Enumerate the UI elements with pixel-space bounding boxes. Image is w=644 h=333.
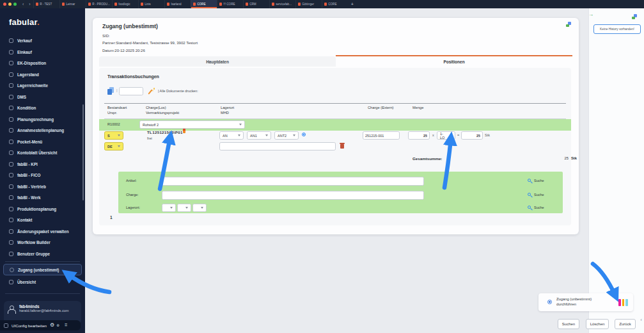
user-avatar-icon: [8, 305, 15, 314]
search-panel: Artikel: Suche Charge: Suche Lagerort: S…: [118, 172, 563, 213]
sidebar-item-benutzer-gruppe[interactable]: Benutzer Gruppe: [0, 248, 85, 260]
charge-extern-input[interactable]: [363, 131, 400, 140]
sidebar-item-verkauf[interactable]: Verkauf: [0, 35, 85, 47]
sidebar-item-aenderungspaket[interactable]: Änderungspaket verwalten: [0, 226, 85, 238]
sidebar-item-einkauf[interactable]: Einkauf: [0, 47, 85, 58]
sidebar-item-ek-disposition[interactable]: EK-Disposition: [0, 58, 85, 69]
gesamtsumme-value: 25: [547, 156, 569, 160]
artikel-search-input[interactable]: [162, 177, 424, 186]
loeschen-button[interactable]: Löschen: [586, 319, 609, 329]
sidebar-item-lagerstand[interactable]: Lagerstand: [0, 69, 85, 81]
lagerort-select-2[interactable]: AN1: [247, 131, 271, 140]
sidebar-item-uebersicht[interactable]: Übersicht: [0, 277, 85, 288]
unit-select[interactable]: 1-LO: [437, 131, 455, 140]
charge-search-label: Charge:: [126, 193, 139, 197]
sidebar-collapse-icon[interactable]: ‹: [640, 317, 642, 323]
lagerort-search-select-3[interactable]: [192, 204, 207, 212]
sidebar-item-planungsrechnung[interactable]: Planungsrechnung: [0, 114, 85, 126]
sidebar-item-fabbi-kpi[interactable]: fabBI - KPI: [0, 159, 85, 170]
tab-label: Isarland: [171, 3, 181, 6]
sidebar-item-fabbi-vertrieb[interactable]: fabBI - Vertrieb: [0, 181, 85, 193]
sidebar-item-workflow-builder[interactable]: Worfklow Builder: [0, 237, 85, 248]
print-label-icon[interactable]: [183, 129, 185, 133]
tab-favicon: [272, 3, 275, 6]
sidebar-scrollbar[interactable]: [82, 104, 84, 200]
drag-handle-icon[interactable]: ⠿: [65, 323, 68, 328]
artikel-suche-link[interactable]: Suche: [534, 179, 544, 183]
browser-tab[interactable]: !!! CORE: [217, 0, 243, 8]
charge-search-input[interactable]: [162, 191, 424, 200]
close-window-icon[interactable]: [3, 3, 6, 6]
sidebar-item-pocket-menu[interactable]: Pocket-Menü: [0, 136, 85, 148]
gear-small-icon: ⚙: [56, 324, 59, 327]
browser-tab[interactable]: CORE: [322, 0, 348, 8]
mhd-input[interactable]: [219, 142, 336, 150]
sidebar-item-fabbi-werk[interactable]: fabBI - Werk: [0, 192, 85, 204]
tab-favicon: [167, 3, 170, 6]
zurueck-button[interactable]: Zurück: [615, 319, 636, 329]
browser-back-icon[interactable]: ‹: [20, 0, 26, 8]
maximize-window-icon[interactable]: [13, 3, 17, 6]
sidebar-item-kondition[interactable]: Kondition: [0, 102, 85, 114]
ek-disposition-icon: [9, 61, 13, 65]
browser-tab[interactable]: servicefab...: [269, 0, 295, 8]
sidebar-item-lagerreichweite[interactable]: Lagerreichweite: [0, 80, 85, 92]
sidebar-item-kontakt[interactable]: Kontakt: [0, 215, 85, 226]
zugang-card: Zugang (unbestimmt) SID: Partner:Standar…: [93, 18, 579, 234]
gear-icon[interactable]: ⚙: [50, 323, 54, 328]
sidebar-item-zugang-unbestimmt[interactable]: Zugang (unbestimmt): [3, 264, 82, 275]
page-number[interactable]: 1: [110, 215, 113, 220]
browser-tab[interactable]: foodlogic: [112, 0, 138, 8]
target-location-icon[interactable]: [302, 133, 306, 136]
article-select[interactable]: Rohstoff 2: [139, 120, 245, 129]
minimize-window-icon[interactable]: [8, 3, 12, 6]
history-forward-icon[interactable]: →: [588, 12, 593, 17]
uiconfig-checkbox[interactable]: [4, 323, 8, 328]
browser-tab[interactable]: Göttinger: [295, 0, 322, 8]
column-header-bestandsart: BestandsartUrspr.: [107, 105, 127, 116]
browser-tab[interactable]: Isarland: [164, 0, 191, 8]
print-all-documents-label[interactable]: | Alle Dokumente drucken:: [158, 89, 198, 93]
color-bars-icon[interactable]: [618, 299, 628, 306]
lagerort-select-1[interactable]: AN: [219, 131, 244, 140]
bestandsart-select[interactable]: S: [104, 131, 123, 140]
copy-documents-icon[interactable]: [107, 87, 114, 95]
tab-positionen[interactable]: Positionen: [336, 55, 572, 67]
fabbi-werk-icon: [9, 195, 13, 200]
magic-wand-icon[interactable]: [148, 88, 155, 95]
urspr-select[interactable]: DE: [104, 142, 123, 150]
tab-favicon: [193, 3, 196, 6]
browser-tab-active[interactable]: CORE: [191, 0, 217, 8]
sidebar-item-produktionsplanung[interactable]: Produktionsplanung: [0, 204, 85, 215]
browser-tab[interactable]: R - PRODU...: [86, 0, 112, 8]
browser-tab[interactable]: R - TEST: [33, 0, 59, 8]
uebersicht-icon: [9, 280, 13, 284]
sidebar-divider: [5, 261, 80, 262]
tab-hauptdaten[interactable]: Hauptdaten: [99, 56, 336, 67]
durchfuehren-panel: Zugang (unbestimmt)durchführen: [538, 293, 633, 311]
browser-tab[interactable]: Linis: [138, 0, 164, 8]
menge-input[interactable]: [408, 131, 430, 140]
sidebar-item-annahmestellenplanung[interactable]: Annahmestellenplanung: [0, 125, 85, 136]
window-controls: [0, 0, 20, 8]
lagerort-search-select-1[interactable]: [162, 204, 176, 212]
browser-forward-icon[interactable]: ›: [26, 0, 33, 8]
durchfuehren-radio[interactable]: [547, 300, 552, 304]
charge-suche-link[interactable]: Suche: [534, 193, 544, 197]
document-count-input[interactable]: [119, 87, 143, 95]
delete-row-icon[interactable]: [340, 144, 344, 149]
tab-label: foodlogic: [118, 3, 130, 6]
new-tab-button[interactable]: +: [348, 0, 357, 8]
browser-tab[interactable]: CRM: [243, 0, 269, 8]
sidebar-item-kontoblatt-uebersicht[interactable]: Kontoblatt Übersicht: [0, 147, 85, 159]
lagerort-suche-link[interactable]: Suche: [534, 206, 544, 209]
browser-tab[interactable]: Leimar: [59, 0, 86, 8]
sidebar-item-fabbi-fico[interactable]: fabBI - FICO: [0, 170, 85, 181]
verkauf-icon: [9, 38, 13, 43]
sidebar-item-dms[interactable]: DMS: [0, 92, 85, 103]
uiconfig-label: UIConfig bearbeiten: [12, 323, 47, 328]
lagerort-select-3[interactable]: ANT2: [274, 131, 299, 140]
total-input[interactable]: [461, 131, 483, 140]
suchen-button[interactable]: Suchen: [558, 319, 579, 329]
lagerort-search-select-2[interactable]: [177, 204, 191, 212]
